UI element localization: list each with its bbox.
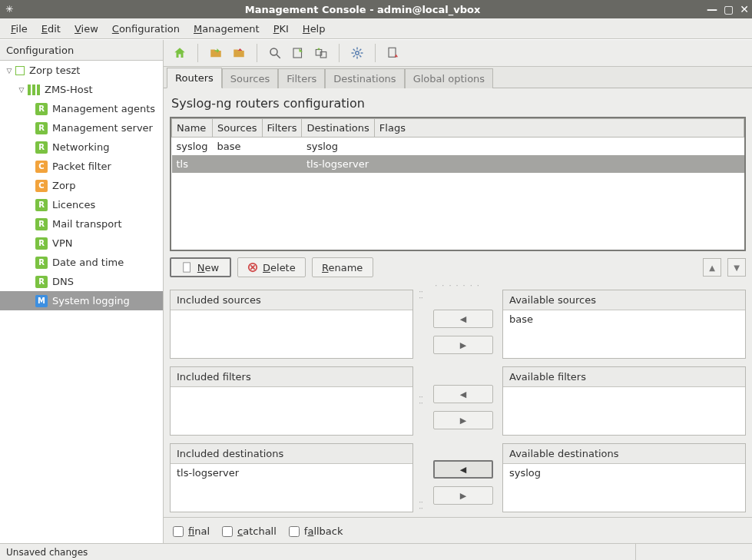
chevron-down-icon[interactable]: ▽	[5, 67, 14, 75]
available-sources-box[interactable]: Available sources base	[502, 290, 746, 359]
component-badge-icon: R	[35, 199, 48, 211]
move-down-button[interactable]: ▼	[727, 258, 746, 277]
flag-fallback[interactable]: fallback	[289, 525, 343, 537]
sidebar-item-management-agents[interactable]: RManagement agents	[0, 99, 163, 118]
sidebar-item-label: DNS	[52, 276, 74, 287]
col-filters[interactable]: Filters	[262, 119, 302, 138]
included-destinations-head: Included destinations	[171, 444, 412, 464]
toolbar-separator	[197, 44, 198, 62]
add-destination-button[interactable]: ◀	[433, 460, 493, 479]
sidebar-item-vpn[interactable]: RVPN	[0, 234, 163, 253]
config-tree[interactable]: ▽ Zorp teszt ▽ ZMS-Host RManagement agen…	[0, 61, 163, 543]
menu-pki[interactable]: PKI	[267, 21, 295, 37]
sidebar-item-label: Date and time	[52, 257, 124, 268]
table-row[interactable]: tlstls-logserver	[172, 155, 744, 173]
tree-host-label: ZMS-Host	[45, 84, 93, 95]
tab-global-options[interactable]: Global options	[405, 68, 493, 88]
col-destinations[interactable]: Destinations	[302, 119, 374, 138]
remove-source-button[interactable]: ▶	[433, 336, 493, 354]
col-flags[interactable]: Flags	[374, 119, 744, 138]
toolbar-export-button[interactable]	[288, 43, 308, 63]
svg-point-0	[270, 48, 277, 55]
tab-sources[interactable]: Sources	[222, 68, 278, 88]
col-name[interactable]: Name	[172, 119, 213, 138]
sidebar-item-management-server[interactable]: RManagement server	[0, 118, 163, 138]
new-button[interactable]: New	[170, 257, 231, 277]
svg-rect-7	[184, 263, 190, 272]
toolbar-settings-button[interactable]	[347, 43, 367, 63]
toolbar-separator	[375, 44, 376, 62]
tab-routers[interactable]: Routers	[167, 68, 222, 88]
splitter-handle[interactable]: · · · · · · ·	[164, 283, 752, 290]
flags-row: final catchall fallback	[164, 517, 752, 543]
sidebar-item-zorp[interactable]: CZorp	[0, 176, 163, 195]
window-minimize-button[interactable]: —	[707, 4, 717, 15]
included-filters-head: Included filters	[171, 367, 412, 387]
toolbar-open-button[interactable]	[206, 43, 226, 63]
toolbar-sync-button[interactable]	[311, 43, 331, 63]
toolbar-separator	[257, 44, 257, 62]
menu-view[interactable]: View	[68, 21, 104, 37]
svg-point-5	[356, 51, 359, 55]
add-filter-button[interactable]: ◀	[433, 385, 493, 403]
menu-management[interactable]: Management	[187, 21, 266, 37]
flag-fallback-checkbox[interactable]	[289, 526, 300, 537]
sidebar-item-dns[interactable]: RDNS	[0, 272, 163, 291]
menubar: File Edit View Configuration Management …	[0, 18, 752, 39]
sidebar-item-date-and-time[interactable]: RDate and time	[0, 253, 163, 272]
flag-catchall[interactable]: catchall	[222, 525, 277, 537]
toolbar-search-button[interactable]	[265, 43, 285, 63]
list-item[interactable]: syslog	[509, 467, 739, 479]
col-sources[interactable]: Sources	[213, 119, 262, 138]
included-filters-box[interactable]: Included filters	[170, 366, 413, 436]
menu-help[interactable]: Help	[296, 21, 332, 37]
list-item[interactable]: base	[509, 313, 739, 325]
tab-destinations[interactable]: Destinations	[325, 68, 404, 88]
component-badge-icon: R	[35, 122, 48, 134]
included-destinations-box[interactable]: Included destinations tls-logserver	[170, 443, 413, 512]
sidebar-item-system-logging[interactable]: MSystem logging	[0, 291, 163, 310]
component-badge-icon: R	[35, 237, 48, 250]
included-sources-box[interactable]: Included sources	[170, 290, 413, 359]
flag-catchall-checkbox[interactable]	[222, 526, 233, 537]
flag-final[interactable]: final	[173, 525, 210, 537]
svg-line-1	[277, 55, 280, 58]
splitter-handle[interactable]: ····	[418, 395, 424, 407]
available-filters-head: Available filters	[503, 367, 745, 387]
splitter-handle[interactable]: ····	[418, 500, 424, 512]
remove-filter-button[interactable]: ▶	[433, 411, 493, 429]
list-item[interactable]: tls-logserver	[177, 467, 406, 479]
menu-edit[interactable]: Edit	[35, 21, 67, 37]
available-destinations-box[interactable]: Available destinations syslog	[502, 443, 746, 512]
sidebar-item-packet-filter[interactable]: CPacket filter	[0, 157, 163, 176]
rename-button[interactable]: Rename	[312, 257, 373, 277]
splitter-handle[interactable]: ····	[418, 290, 424, 302]
menu-configuration[interactable]: Configuration	[106, 21, 186, 37]
table-row[interactable]: syslogbasesyslog	[172, 138, 744, 156]
flag-final-checkbox[interactable]	[173, 526, 184, 537]
add-source-button[interactable]: ◀	[433, 310, 493, 328]
tab-filters[interactable]: Filters	[278, 68, 325, 88]
menu-file[interactable]: File	[5, 21, 34, 37]
tree-root[interactable]: ▽ Zorp teszt	[0, 61, 163, 80]
window-close-button[interactable]: ✕	[740, 4, 749, 15]
move-up-button[interactable]: ▲	[703, 258, 721, 277]
toolbar-upload-button[interactable]	[383, 43, 403, 63]
document-icon	[182, 262, 193, 273]
tree-host[interactable]: ▽ ZMS-Host	[0, 80, 163, 99]
sidebar-item-label: Networking	[52, 141, 109, 153]
available-filters-box[interactable]: Available filters	[502, 366, 746, 436]
toolbar-home-button[interactable]	[170, 43, 190, 63]
remove-destination-button[interactable]: ▶	[433, 486, 493, 505]
window-maximize-button[interactable]: ▢	[724, 4, 734, 15]
toolbar-save-button[interactable]	[229, 43, 249, 63]
sidebar-item-mail-transport[interactable]: RMail transport	[0, 214, 163, 234]
sidebar-item-label: Management agents	[52, 103, 155, 114]
routers-table[interactable]: Name Sources Filters Destinations Flags …	[170, 117, 746, 251]
cell-flags	[374, 155, 744, 173]
status-text: Unsaved changes	[6, 544, 636, 560]
chevron-down-icon[interactable]: ▽	[17, 86, 26, 94]
delete-button[interactable]: Delete	[237, 257, 306, 277]
sidebar-item-licences[interactable]: RLicences	[0, 195, 163, 214]
sidebar-item-networking[interactable]: RNetworking	[0, 138, 163, 157]
